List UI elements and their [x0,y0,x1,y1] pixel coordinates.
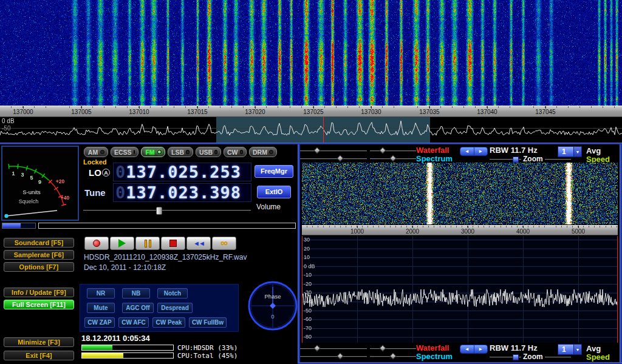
record-button[interactable] [84,237,109,250]
mode-button-lsb[interactable]: LSB [168,147,193,157]
notch-button[interactable]: Notch [157,288,188,298]
lo-frequency-display[interactable]: 0137.025.253 [113,163,251,181]
mode-button-cw[interactable]: CW [224,147,247,157]
slider-thumb[interactable] [379,345,386,351]
spectrum-contrast-slider-b[interactable] [370,353,416,360]
tune-frequency-display[interactable]: 0137.023.398 [113,183,251,202]
zoom-label: Zoom [521,352,545,361]
slider-thumb[interactable] [389,352,396,359]
svg-text:5: 5 [30,175,33,181]
mode-button-fm[interactable]: FM [141,147,165,157]
zoom-slider[interactable]: Zoom [490,156,571,163]
mode-button-ecss[interactable]: ECSS [111,147,138,157]
cw-fullbw-button[interactable]: CW FullBw [189,317,227,328]
waterfall-label-b: Waterfall [416,343,449,352]
slider-track [300,150,367,152]
waterfall-label: Waterfall [416,146,449,155]
volume-slider[interactable] [83,207,251,214]
lo-a-button[interactable]: A [102,169,110,177]
svg-text:Phase: Phase [265,293,281,300]
pause-button[interactable] [135,237,160,250]
mode-led-icon [157,150,162,154]
db-tick-label: -30 [304,289,312,295]
nb-button[interactable]: NB [122,288,150,298]
fullscreen-button[interactable]: Full Screen [F11] [4,300,74,309]
squelch-bar[interactable] [38,223,296,229]
hdsdr-window: 137000 137005 137010 137015 137020 13702… [0,0,622,364]
s-meter[interactable]: 1 3 5 9 +20 +40 S-units Squelch [1,146,79,221]
options-button[interactable]: Options [F7] [4,262,74,272]
waterfall-brightness-slider-b[interactable] [300,345,367,352]
main-frequency-scale[interactable]: 137000 137005 137010 137015 137020 13702… [0,106,622,117]
slider-thumb[interactable] [313,147,320,153]
slider-thumb[interactable] [337,155,343,161]
freq-tick-label: 137025 [303,109,323,115]
rf-frequency-scale[interactable]: 1000 2000 3000 4000 5000 [302,225,618,235]
slider-thumb[interactable] [313,345,320,351]
volume-slider-thumb[interactable] [156,207,162,215]
arrow-right-icon[interactable]: ► [474,147,488,155]
freq-tick-label: 137015 [187,109,207,115]
lo-frequency-digits[interactable]: 0137.025.253 [115,163,249,181]
rewind-icon: ◄◄ [193,240,204,247]
despread-button[interactable]: Despread [157,303,193,313]
main-waterfall-display[interactable] [0,0,622,106]
pause-icon [145,240,151,248]
chevron-down-icon[interactable]: ▼ [573,147,581,157]
mode-button-drm[interactable]: DRM [249,147,277,157]
mode-label: LSB [171,149,184,156]
volume-label: Volume [256,203,281,211]
slider-thumb[interactable] [379,147,386,153]
zoom-slider-thumb[interactable] [513,157,519,163]
cpu-total-bar [81,352,174,359]
arrow-left-icon[interactable]: ◄ [460,345,474,353]
svg-text:S-units: S-units [22,189,41,195]
db-label-mid: -50 [2,125,10,132]
mode-label: USB [199,149,213,156]
arrow-right-icon[interactable]: ► [474,345,488,353]
slider-thumb[interactable] [337,352,343,359]
agc-button[interactable]: AGC Off [122,303,154,313]
nr-button[interactable]: NR [87,288,115,298]
svg-text:3: 3 [21,172,24,178]
loop-button[interactable]: ∞ [212,237,236,250]
slider-thumb[interactable] [389,155,396,161]
arrow-left-icon[interactable]: ◄ [460,147,474,155]
cw-afc-button[interactable]: CW AFC [118,317,149,328]
db-tick-label: -40 [304,298,312,305]
shift-arrows-b[interactable]: ◄► [460,345,488,354]
spectrum-brightness-slider[interactable] [300,155,367,162]
avg-label: Avg [586,146,601,155]
waterfall-contrast-slider-b[interactable] [370,345,416,352]
tune-frequency-digits[interactable]: 0137.023.398 [115,184,249,201]
extio-button[interactable]: ExtIO [257,186,291,198]
minimize-button[interactable]: Minimize [F3] [4,337,74,347]
spectrum-contrast-slider[interactable] [370,155,416,162]
cw-zap-button[interactable]: CW ZAP [84,317,115,328]
mode-button-am[interactable]: AM [84,147,108,157]
shift-arrows[interactable]: ◄► [460,147,488,156]
exit-button[interactable]: Exit [F4] [4,351,74,360]
volume-slider-track [83,210,251,211]
zoom-slider-b[interactable]: Zoom [490,354,571,360]
freqmgr-button[interactable]: FreqMgr [255,165,293,178]
mute-button[interactable]: Mute [87,303,115,313]
cw-peak-button[interactable]: CW Peak [152,317,185,328]
stop-button[interactable] [161,237,185,250]
zoom-slider-thumb[interactable] [513,354,519,360]
info-update-button[interactable]: Info / Update [F9] [4,288,74,297]
soundcard-button[interactable]: Soundcard [F5] [4,238,74,248]
spectrum-brightness-slider-b[interactable] [300,353,367,360]
waterfall-contrast-slider[interactable] [370,147,416,154]
spectrum-label: Spectrum [416,154,453,163]
db-tick-label: 30 [304,237,310,243]
cpu-hdsdr-bar [81,345,174,351]
rewind-button[interactable]: ◄◄ [186,237,211,250]
samplerate-button[interactable]: Samplerate [F6] [4,250,74,260]
play-button[interactable] [110,237,134,250]
main-spectrum-display[interactable] [0,117,622,143]
cpu-total-text: CPU:Total (45%) [177,352,238,360]
chevron-down-icon[interactable]: ▼ [573,345,581,354]
mode-button-usb[interactable]: USB [196,147,221,157]
waterfall-brightness-slider[interactable] [300,147,367,154]
